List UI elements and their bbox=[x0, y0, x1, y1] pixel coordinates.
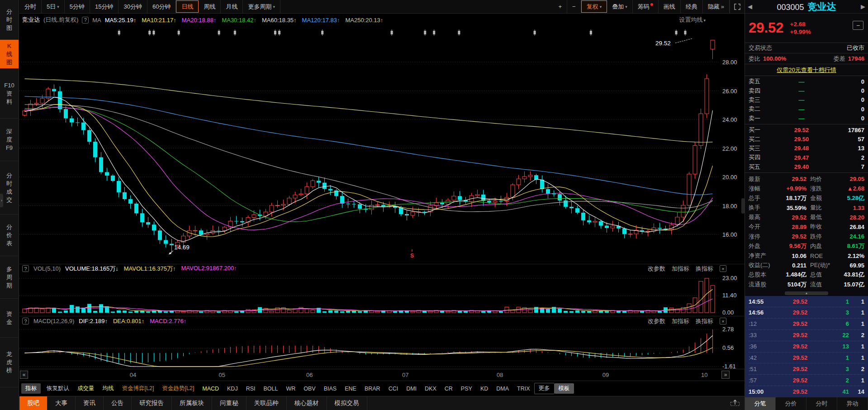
indicator-tab-KDJ[interactable]: KDJ bbox=[223, 384, 242, 393]
indicator-tab-DMI[interactable]: DMI bbox=[402, 384, 421, 393]
sidebar-item-深度F9[interactable]: 深度F9 bbox=[0, 119, 19, 161]
trade-status-label: 交易状态 bbox=[749, 44, 772, 52]
indicator-tab-BOLL[interactable]: BOLL bbox=[260, 384, 282, 393]
indicator-tab-模板[interactable]: 模板 bbox=[555, 383, 574, 394]
nav-tab-资讯[interactable]: 资讯 bbox=[76, 396, 104, 410]
sidebar-item-F10资料[interactable]: F10资料 bbox=[0, 69, 19, 119]
panel-expand-icon[interactable] bbox=[730, 399, 740, 408]
nav-tab-大事[interactable]: 大事 bbox=[47, 396, 76, 410]
indicator-tab-ENE[interactable]: ENE bbox=[341, 384, 360, 393]
indicator-tab-MACD[interactable]: MACD bbox=[198, 384, 223, 393]
tool-button-隐藏[interactable]: 隐藏» bbox=[703, 0, 730, 13]
help-icon[interactable]: ? bbox=[22, 318, 29, 324]
chart-stock-name: 竞业达 bbox=[22, 16, 40, 24]
trade-status-value: 已收市 bbox=[847, 44, 864, 52]
nav-tab-公告[interactable]: 公告 bbox=[104, 396, 132, 410]
collapse-panel-button[interactable]: − bbox=[853, 21, 863, 30]
period-tab-分时[interactable]: 分时 bbox=[19, 0, 42, 13]
indicator-tab-KD[interactable]: KD bbox=[476, 384, 492, 393]
scroll-left-icon[interactable]: « bbox=[20, 371, 28, 379]
indicator-tab-BIAS[interactable]: BIAS bbox=[320, 384, 341, 393]
nav-tab-研究报告[interactable]: 研究报告 bbox=[132, 396, 172, 410]
period-tab-日线[interactable]: 日线 bbox=[176, 0, 199, 13]
close-icon[interactable]: × bbox=[720, 265, 726, 272]
indicator-tab-RSI[interactable]: RSI bbox=[242, 384, 260, 393]
tool-button-画线[interactable]: 画线 bbox=[659, 0, 681, 13]
indicator-tab-DMA[interactable]: DMA bbox=[492, 384, 513, 393]
tool-button-经典[interactable]: 经典 bbox=[681, 0, 703, 13]
level2-promo-link[interactable]: 仅需20元查看十档行情 bbox=[777, 66, 836, 74]
zoom-in-button[interactable]: + bbox=[554, 0, 568, 13]
tick-tab-分价[interactable]: 分价 bbox=[776, 397, 806, 410]
indicator-tab-DKX[interactable]: DKX bbox=[421, 384, 441, 393]
volume-action-改参数[interactable]: 改参数 bbox=[648, 265, 665, 273]
sidebar-item-分时图[interactable]: 分时图 bbox=[0, 0, 19, 40]
fullscreen-icon[interactable] bbox=[730, 0, 745, 13]
tool-button-叠加[interactable]: 叠加▾ bbox=[607, 0, 633, 13]
zoom-out-button[interactable]: − bbox=[567, 0, 581, 13]
sidebar-item-资金[interactable]: 资金 bbox=[0, 299, 19, 338]
nav-tab-所属板块[interactable]: 所属板块 bbox=[172, 396, 212, 410]
indicator-tab-更多[interactable]: 更多 bbox=[534, 383, 555, 394]
panel-splitter-handle[interactable] bbox=[741, 198, 745, 214]
ma-settings-button[interactable]: 设置均线▾ bbox=[679, 16, 706, 24]
indicator-tab-CCI[interactable]: CCI bbox=[384, 384, 403, 393]
indicator-tab-BRAR[interactable]: BRAR bbox=[360, 384, 384, 393]
next-stock-icon[interactable]: ▶ bbox=[861, 3, 865, 10]
indicator-tab-指标[interactable]: 指标 bbox=[21, 383, 41, 394]
nav-tab-模拟交易[interactable]: 模拟交易 bbox=[327, 396, 367, 410]
indicator-tab-恢复默认[interactable]: 恢复默认 bbox=[43, 383, 73, 394]
nav-tab-核心题材[interactable]: 核心题材 bbox=[287, 396, 327, 410]
help-icon[interactable]: ? bbox=[82, 17, 89, 24]
volume-chart[interactable]: 23.0011.400.00 bbox=[19, 273, 745, 316]
close-icon[interactable]: × bbox=[720, 318, 726, 324]
tick-tab-分笔[interactable]: 分笔 bbox=[745, 397, 776, 410]
kline-chart[interactable]: 28.0026.0024.0022.0020.0018.0016.0029.52… bbox=[19, 26, 745, 264]
nav-tab-股吧[interactable]: 股吧 bbox=[19, 396, 47, 410]
tick-list[interactable]: 14:5529.521114:5629.5231:1229.5261:3329.… bbox=[745, 296, 868, 397]
nav-tab-问董秘[interactable]: 问董秘 bbox=[212, 396, 247, 410]
period-tab-60分钟[interactable]: 60分钟 bbox=[147, 0, 176, 13]
book-price: — bbox=[767, 78, 836, 85]
macd-chart[interactable]: 2.780.56-1.61 bbox=[19, 326, 745, 369]
volume-action-换指标[interactable]: 换指标 bbox=[696, 265, 713, 273]
indicator-tab-OBV[interactable]: OBV bbox=[299, 384, 319, 393]
stock-name[interactable]: 竞业达 bbox=[808, 0, 836, 13]
indicator-tab-均线[interactable]: 均线 bbox=[99, 383, 118, 394]
sidebar-item-多周期[interactable]: 多周期 bbox=[0, 256, 19, 299]
nav-tab-关联品种[interactable]: 关联品种 bbox=[247, 396, 287, 410]
sidebar-item-K线图[interactable]: K线图 bbox=[0, 40, 19, 69]
period-tab-5日[interactable]: 5日▾ bbox=[42, 0, 65, 13]
indicator-tab-TRIX[interactable]: TRIX bbox=[513, 384, 534, 393]
period-tab-30分钟[interactable]: 30分钟 bbox=[119, 0, 147, 13]
period-tab-月线[interactable]: 月线 bbox=[221, 0, 243, 13]
indicator-tab-资金博弈[L2][interactable]: 资金博弈[L2] bbox=[118, 383, 158, 394]
tool-button-筹码[interactable]: 筹码 bbox=[633, 0, 659, 13]
macd-action-换指标[interactable]: 换指标 bbox=[696, 317, 713, 325]
scroll-right-icon[interactable]: » bbox=[721, 371, 730, 379]
period-tab-5分钟[interactable]: 5分钟 bbox=[65, 0, 90, 13]
period-tab-更多周期[interactable]: 更多周期▾ bbox=[243, 0, 280, 13]
macd-action-加指标[interactable]: 加指标 bbox=[672, 317, 689, 325]
collapse-handle[interactable]: ▲ bbox=[745, 291, 868, 296]
tick-row: :5129.5232 bbox=[749, 363, 864, 375]
sidebar-item-分价表[interactable]: 分价表 bbox=[0, 215, 19, 256]
svg-text:2.78: 2.78 bbox=[722, 326, 734, 333]
indicator-tab-资金趋势[L2][interactable]: 资金趋势[L2] bbox=[158, 383, 198, 394]
help-icon[interactable]: ? bbox=[22, 265, 29, 272]
sidebar-collapse-handle[interactable]: › bbox=[0, 194, 3, 207]
indicator-tab-成交量[interactable]: 成交量 bbox=[73, 383, 99, 394]
book-row-买三: 买三29.4813 bbox=[749, 144, 864, 153]
period-tab-周线[interactable]: 周线 bbox=[199, 0, 221, 13]
tick-tab-异动[interactable]: 异动 bbox=[837, 397, 868, 410]
volume-action-加指标[interactable]: 加指标 bbox=[672, 265, 689, 273]
sidebar-item-龙虎榜[interactable]: 龙虎榜 bbox=[0, 338, 19, 387]
tool-button-复权[interactable]: 复权▾ bbox=[581, 0, 607, 13]
period-tab-15分钟[interactable]: 15分钟 bbox=[90, 0, 119, 13]
prev-stock-icon[interactable]: ◀ bbox=[748, 3, 752, 10]
indicator-tab-CR[interactable]: CR bbox=[441, 384, 457, 393]
macd-action-改参数[interactable]: 改参数 bbox=[648, 317, 665, 325]
tick-tab-分时[interactable]: 分时 bbox=[806, 397, 837, 410]
indicator-tab-WR[interactable]: WR bbox=[282, 384, 299, 393]
indicator-tab-PSY[interactable]: PSY bbox=[457, 384, 476, 393]
